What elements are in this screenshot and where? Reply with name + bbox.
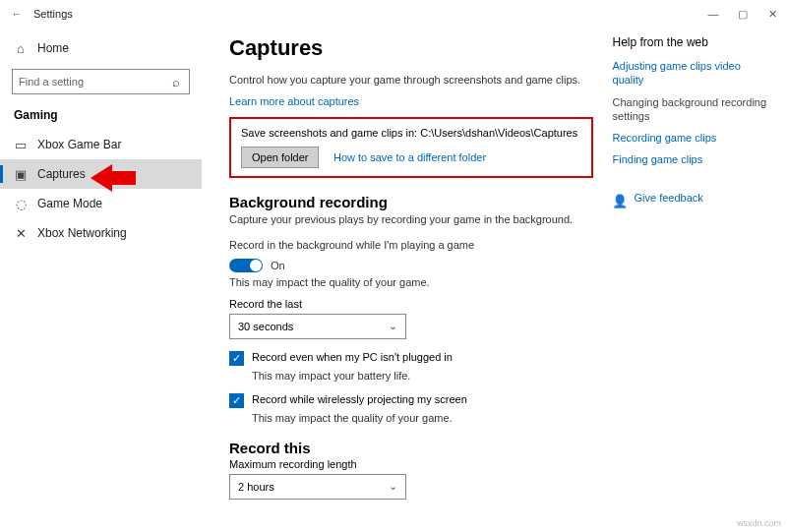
open-folder-button[interactable]: Open folder xyxy=(241,147,319,168)
home-label: Home xyxy=(37,41,69,55)
home-icon: ⌂ xyxy=(14,41,28,55)
nav-label: Captures xyxy=(37,167,86,181)
search-placeholder: Find a setting xyxy=(19,76,84,88)
record-wireless-label: Record while wirelessly projecting my sc… xyxy=(252,393,467,405)
battery-impact-note: This may impact your battery life. xyxy=(252,370,593,382)
search-icon: ⌕ xyxy=(169,75,183,89)
max-length-label: Maximum recording length xyxy=(229,458,593,470)
help-link-bg-settings[interactable]: Changing background recording settings xyxy=(613,95,769,124)
help-panel: Help from the web Adjusting game clips v… xyxy=(613,31,769,522)
learn-more-link[interactable]: Learn more about captures xyxy=(229,95,593,107)
record-unplugged-checkbox[interactable]: ✓ xyxy=(229,351,244,366)
nav-label: Xbox Networking xyxy=(37,226,127,240)
record-this-heading: Record this xyxy=(229,440,593,456)
record-last-select[interactable]: 30 seconds ⌄ xyxy=(229,314,406,339)
captures-icon: ▣ xyxy=(14,167,28,181)
minimize-button[interactable]: — xyxy=(698,0,728,28)
nav-home[interactable]: ⌂ Home xyxy=(0,35,202,61)
toggle-state: On xyxy=(271,260,285,271)
help-heading: Help from the web xyxy=(613,35,769,49)
gamemode-icon: ◌ xyxy=(14,197,28,210)
chevron-down-icon: ⌄ xyxy=(389,320,397,332)
help-link-quality[interactable]: Adjusting game clips video quality xyxy=(613,59,769,88)
save-path-text: Save screenshots and game clips in: C:\U… xyxy=(241,127,581,139)
page-title: Captures xyxy=(229,35,593,61)
section-heading: Gaming xyxy=(0,106,202,130)
close-button[interactable]: ✕ xyxy=(757,0,787,28)
bg-impact-note: This may impact the quality of your game… xyxy=(229,276,593,288)
chevron-down-icon: ⌄ xyxy=(389,480,397,493)
search-input[interactable]: Find a setting ⌕ xyxy=(12,69,190,94)
record-last-value: 30 seconds xyxy=(238,321,293,332)
help-link-recording[interactable]: Recording game clips xyxy=(613,131,769,145)
main-content: Captures Control how you capture your ga… xyxy=(229,31,593,522)
record-last-label: Record the last xyxy=(229,298,593,310)
window-title: Settings xyxy=(33,8,73,20)
record-wireless-checkbox[interactable]: ✓ xyxy=(229,393,244,408)
max-length-value: 2 hours xyxy=(238,481,274,493)
attribution-text: wsxdn.com xyxy=(737,518,781,528)
different-folder-link[interactable]: How to save to a different folder xyxy=(333,151,486,163)
networking-icon: ✕ xyxy=(14,226,28,240)
nav-xbox-networking[interactable]: ✕ Xbox Networking xyxy=(0,218,202,248)
save-location-box: Save screenshots and game clips in: C:\U… xyxy=(229,117,593,178)
bg-recording-desc: Capture your previous plays by recording… xyxy=(229,212,593,227)
give-feedback-link[interactable]: Give feedback xyxy=(635,191,703,205)
nav-label: Xbox Game Bar xyxy=(37,138,121,151)
record-unplugged-label: Record even when my PC isn't plugged in xyxy=(252,351,453,363)
back-icon[interactable]: ← xyxy=(8,8,26,20)
bg-record-toggle[interactable] xyxy=(229,259,263,272)
feedback-icon: 👤 xyxy=(613,195,627,208)
sidebar: ⌂ Home Find a setting ⌕ Gaming ▭ Xbox Ga… xyxy=(0,28,202,532)
max-length-select[interactable]: 2 hours ⌄ xyxy=(229,474,406,500)
nav-xbox-game-bar[interactable]: ▭ Xbox Game Bar xyxy=(0,130,202,159)
help-link-finding[interactable]: Finding game clips xyxy=(613,152,769,166)
bg-toggle-label: Record in the background while I'm playi… xyxy=(229,239,593,251)
page-desc: Control how you capture your game throug… xyxy=(229,73,593,88)
wireless-impact-note: This may impact the quality of your game… xyxy=(252,412,593,424)
annotation-arrow xyxy=(91,161,136,195)
nav-label: Game Mode xyxy=(37,197,102,210)
bg-recording-heading: Background recording xyxy=(229,194,593,210)
svg-marker-0 xyxy=(91,164,136,192)
maximize-button[interactable]: ▢ xyxy=(728,0,757,28)
gamebar-icon: ▭ xyxy=(14,138,28,151)
